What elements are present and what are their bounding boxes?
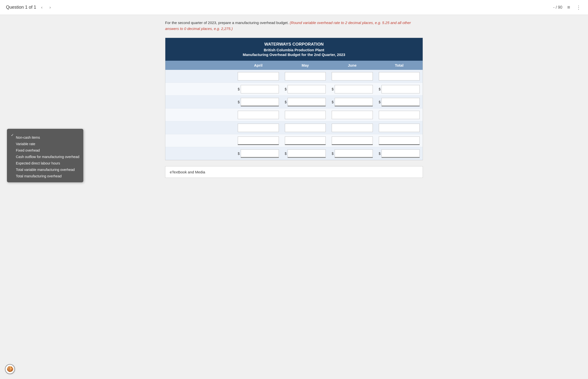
input-may-7[interactable] xyxy=(288,149,326,158)
row-label-2 xyxy=(165,87,235,91)
nav-next-button[interactable]: › xyxy=(47,4,53,11)
dropdown-overlay: Non-cash items Variable rate Fixed overh… xyxy=(7,129,83,182)
dropdown-item-6[interactable]: Total variable manufacturing overhead xyxy=(11,166,79,173)
cell-total-6 xyxy=(376,135,423,146)
dollar-total-7: $ xyxy=(379,152,381,156)
input-may-3[interactable] xyxy=(288,98,326,106)
cell-april-2: $ xyxy=(235,83,282,95)
input-total-4[interactable] xyxy=(379,111,420,119)
cell-june-2: $ xyxy=(329,83,376,95)
dropdown-item-0[interactable] xyxy=(11,132,79,134)
input-total-2[interactable] xyxy=(382,85,420,93)
list-icon-button[interactable]: ≡ xyxy=(566,3,571,11)
cookie-icon: 🍪 xyxy=(7,366,13,372)
row-label-6 xyxy=(165,139,235,143)
cell-may-6 xyxy=(282,135,329,146)
cell-total-4 xyxy=(376,109,423,121)
row-label-4 xyxy=(165,113,235,117)
table-row: $ $ $ $ xyxy=(165,147,423,160)
dollar-june-2: $ xyxy=(332,87,334,91)
row-label-5 xyxy=(165,126,235,130)
cell-total-3: $ xyxy=(376,96,423,108)
cell-april-4 xyxy=(235,109,282,121)
cell-june-4 xyxy=(329,109,376,121)
dropdown-item-7[interactable]: Total manufacturing overhead xyxy=(11,173,79,179)
cookie-button[interactable]: 🍪 xyxy=(5,364,15,374)
input-may-1[interactable] xyxy=(285,72,326,81)
cell-total-1 xyxy=(376,71,423,82)
input-total-5[interactable] xyxy=(379,124,420,132)
dollar-may-7: $ xyxy=(285,152,287,156)
input-june-3[interactable] xyxy=(335,98,373,106)
input-june-6[interactable] xyxy=(332,136,373,145)
budget-title: Manufacturing Overhead Budget for the 2n… xyxy=(169,53,419,57)
col-headers: April May June Total xyxy=(165,61,423,70)
question-title: Question 1 of 1 xyxy=(6,5,36,10)
dropdown-item-3[interactable]: Fixed overhead xyxy=(11,147,79,154)
cell-april-7: $ xyxy=(235,148,282,159)
input-april-7[interactable] xyxy=(241,149,279,158)
input-may-6[interactable] xyxy=(285,136,326,145)
table-row xyxy=(165,108,423,121)
nav-prev-button[interactable]: ‹ xyxy=(39,4,44,11)
dropdown-item-4[interactable]: Cash outflow for manufacturing overhead xyxy=(11,154,79,160)
question-text: For the second quarter of 2023, prepare … xyxy=(165,20,423,32)
input-total-6[interactable] xyxy=(379,136,420,145)
row-label-3 xyxy=(165,100,235,104)
table-row xyxy=(165,121,423,134)
input-april-3[interactable] xyxy=(241,98,279,106)
corp-name: WATERWAYS CORPORATION xyxy=(169,42,419,47)
cell-may-1 xyxy=(282,71,329,82)
cell-june-5 xyxy=(329,122,376,134)
input-may-5[interactable] xyxy=(285,124,326,132)
input-april-1[interactable] xyxy=(238,72,279,81)
input-june-4[interactable] xyxy=(332,111,373,119)
input-june-7[interactable] xyxy=(335,149,373,158)
table-row: $ $ $ $ xyxy=(165,96,423,108)
cell-total-5 xyxy=(376,122,423,134)
cell-may-3: $ xyxy=(282,96,329,108)
top-bar-right: - / 90 ≡ ⋮ xyxy=(553,3,582,11)
input-april-2[interactable] xyxy=(241,85,279,93)
cell-june-1 xyxy=(329,71,376,82)
budget-table: WATERWAYS CORPORATION British Columbia P… xyxy=(165,38,423,160)
top-bar: Question 1 of 1 ‹ › - / 90 ≡ ⋮ xyxy=(0,0,588,15)
input-total-7[interactable] xyxy=(382,149,420,158)
input-april-4[interactable] xyxy=(238,111,279,119)
more-icon-button[interactable]: ⋮ xyxy=(575,3,582,11)
dropdown-item-1[interactable]: Non-cash items xyxy=(11,134,79,141)
cell-may-7: $ xyxy=(282,148,329,159)
dollar-june-7: $ xyxy=(332,152,334,156)
input-total-1[interactable] xyxy=(379,72,420,81)
cell-april-1 xyxy=(235,71,282,82)
main-content: For the second quarter of 2023, prepare … xyxy=(160,15,428,183)
etextbook-label: eTextbook and Media xyxy=(170,170,205,174)
dropdown-list: Non-cash items Variable rate Fixed overh… xyxy=(11,132,79,179)
input-june-2[interactable] xyxy=(335,85,373,93)
cell-may-4 xyxy=(282,109,329,121)
col-header-june: June xyxy=(329,61,376,70)
question-text-plain: For the second quarter of 2023, prepare … xyxy=(165,21,289,25)
input-total-3[interactable] xyxy=(382,98,420,106)
col-header-total: Total xyxy=(376,61,423,70)
cell-may-2: $ xyxy=(282,83,329,95)
dollar-may-3: $ xyxy=(285,100,287,104)
cell-total-2: $ xyxy=(376,83,423,95)
input-june-5[interactable] xyxy=(332,124,373,132)
cell-june-3: $ xyxy=(329,96,376,108)
input-april-6[interactable] xyxy=(238,136,279,145)
col-header-may: May xyxy=(282,61,329,70)
input-may-4[interactable] xyxy=(285,111,326,119)
dropdown-item-2[interactable]: Variable rate xyxy=(11,141,79,147)
input-may-2[interactable] xyxy=(288,85,326,93)
cell-june-7: $ xyxy=(329,148,376,159)
dollar-april-3: $ xyxy=(238,100,240,104)
dropdown-item-5[interactable]: Expected direct labour hours xyxy=(11,160,79,166)
cell-total-7: $ xyxy=(376,148,423,159)
dollar-total-2: $ xyxy=(379,87,381,91)
col-header-label xyxy=(165,61,235,70)
table-row: $ $ $ $ xyxy=(165,83,423,96)
input-april-5[interactable] xyxy=(238,124,279,132)
input-june-1[interactable] xyxy=(332,72,373,81)
dollar-june-3: $ xyxy=(332,100,334,104)
